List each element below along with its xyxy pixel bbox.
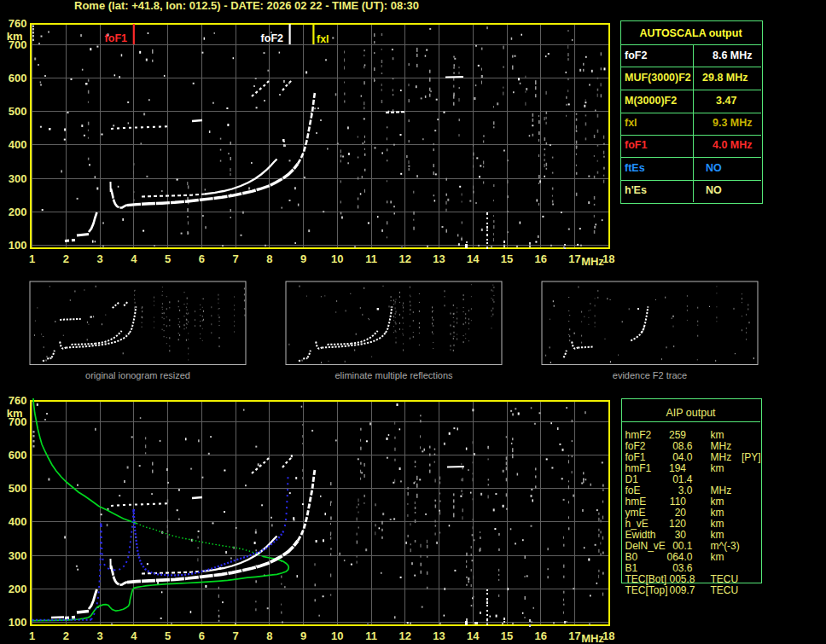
svg-text:7: 7 (232, 629, 238, 642)
svg-text:700: 700 (9, 415, 27, 428)
svg-text:13: 13 (433, 252, 445, 265)
svg-text:8: 8 (266, 629, 272, 642)
svg-text:11: 11 (365, 252, 377, 265)
svg-text:6: 6 (199, 252, 205, 265)
svg-text:18: 18 (602, 629, 614, 642)
svg-text:3: 3 (96, 629, 102, 642)
svg-text:1: 1 (29, 252, 35, 265)
svg-text:MHz: MHz (581, 255, 604, 268)
svg-text:760: 760 (9, 17, 27, 30)
svg-text:5: 5 (165, 629, 171, 642)
svg-text:400: 400 (9, 515, 27, 528)
svg-text:fxl: fxl (317, 33, 329, 45)
svg-text:700: 700 (9, 38, 27, 51)
svg-text:3: 3 (96, 252, 102, 265)
svg-text:4: 4 (131, 629, 137, 642)
svg-text:300: 300 (9, 172, 27, 185)
svg-text:foF1: foF1 (105, 32, 127, 44)
svg-text:10: 10 (331, 629, 343, 642)
svg-text:100: 100 (9, 616, 27, 629)
svg-text:500: 500 (9, 482, 27, 495)
svg-text:foF2: foF2 (261, 32, 283, 44)
svg-text:12: 12 (398, 252, 410, 265)
svg-text:16: 16 (534, 629, 546, 642)
svg-text:10: 10 (331, 252, 343, 265)
svg-text:4: 4 (131, 252, 137, 265)
svg-text:7: 7 (232, 252, 238, 265)
svg-text:12: 12 (398, 629, 410, 642)
svg-text:13: 13 (433, 629, 445, 642)
svg-text:MHz: MHz (581, 632, 604, 644)
svg-text:16: 16 (534, 252, 546, 265)
svg-text:15: 15 (501, 252, 513, 265)
svg-text:9: 9 (300, 252, 306, 265)
svg-text:200: 200 (9, 583, 27, 595)
svg-text:15: 15 (501, 629, 513, 642)
svg-text:2: 2 (63, 629, 69, 642)
svg-text:300: 300 (9, 549, 27, 562)
svg-text:14: 14 (467, 252, 480, 265)
svg-text:200: 200 (9, 206, 27, 218)
svg-text:17: 17 (568, 252, 580, 265)
svg-text:18: 18 (602, 252, 614, 265)
svg-text:100: 100 (9, 239, 27, 252)
svg-text:600: 600 (9, 449, 27, 461)
svg-text:8: 8 (266, 252, 272, 265)
svg-text:600: 600 (9, 72, 27, 84)
svg-text:400: 400 (9, 138, 27, 151)
svg-text:9: 9 (300, 629, 306, 642)
svg-text:1: 1 (29, 629, 35, 642)
svg-text:17: 17 (568, 629, 580, 642)
svg-text:5: 5 (165, 252, 171, 265)
svg-text:6: 6 (199, 629, 205, 642)
svg-text:760: 760 (9, 394, 27, 407)
svg-text:14: 14 (467, 629, 480, 642)
svg-text:2: 2 (63, 252, 69, 265)
svg-text:11: 11 (365, 629, 377, 642)
svg-text:500: 500 (9, 105, 27, 118)
